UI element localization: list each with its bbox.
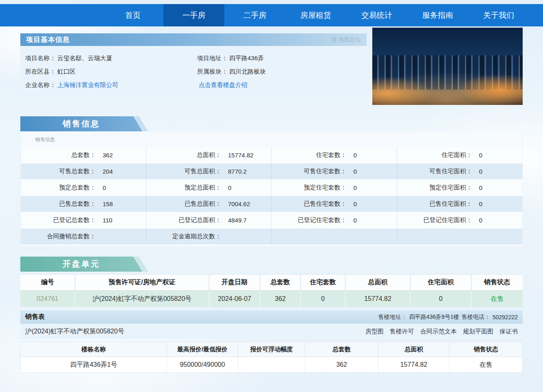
stat-label: 住宅面积：	[397, 151, 472, 159]
sales-license-number: 沪(2024)虹字不动产权第005820号	[25, 327, 124, 336]
col-header-residential-area: 住宅面积	[411, 274, 471, 290]
nav-item-about[interactable]: 关于我们	[468, 4, 529, 26]
stat-label: 已售总套数：	[21, 200, 96, 208]
top-nav: 首页 一手房 二手房 房屋租赁 交易统计 服务指南 关于我们	[0, 4, 543, 26]
building-table: 楼栋名称 最高报价/最低报价 报价可浮动幅度 总套数 总面积 销售状态 四平路4…	[20, 342, 523, 373]
stat-value: 0	[354, 184, 357, 191]
stat-label: 总套数：	[21, 151, 96, 159]
stat-row-reserved: 预定总套数：0 预定总面积：0 预定住宅套数：0 预定住宅面积：0	[21, 180, 522, 196]
nav-item-home[interactable]: 首页	[102, 4, 163, 26]
stat-value: 4849.7	[228, 217, 247, 224]
opening-units-tab-title: 开盘单元	[20, 257, 142, 272]
nav-item-statistics[interactable]: 交易统计	[346, 4, 407, 26]
project-district-label: 所在区县：	[25, 68, 56, 76]
project-info-box: 项目基本信息 地图定位 项目名称： 云玺名邸、云瑞大厦 项目地址：	[20, 33, 367, 98]
project-address-label: 项目地址：	[197, 54, 228, 62]
stat-label: 合同撤销总套数：	[21, 233, 96, 240]
nav-item-new-housing[interactable]: 一手房	[163, 4, 224, 26]
nav-item-rental[interactable]: 房屋租赁	[285, 4, 346, 26]
stat-value: 204	[103, 168, 113, 175]
sales-contact-info: 售楼地址： 四平路436弄9号1楼 售楼电话： 50292222	[378, 314, 518, 321]
col-header-date: 开盘日期	[209, 274, 260, 290]
project-photo	[372, 28, 523, 105]
stat-row-sold: 已售总套数：158 已售总面积：7004.62 已售住宅套数：0 已售住宅面积：…	[21, 196, 522, 212]
project-intro-link[interactable]: 点击查看楼盘介绍	[199, 81, 248, 89]
document-links: 房型图 售楼许可 合同示范文本 规划平面图 保证书	[365, 328, 518, 335]
main-content: 项目基本信息 地图定位 项目名称： 云玺名邸、云瑞大厦 项目地址：	[20, 28, 523, 373]
stat-label: 已售住宅面积：	[397, 200, 472, 208]
project-info-header: 项目基本信息 地图定位	[20, 33, 367, 46]
nav-item-service-guide[interactable]: 服务指南	[407, 4, 468, 26]
stat-value: 0	[354, 200, 357, 207]
sales-table-title: 销售表	[25, 313, 45, 321]
stat-row-registered: 已登记总套数：110 已登记总面积：4849.7 已登记住宅套数：0 已登记住宅…	[21, 212, 522, 229]
project-company-link[interactable]: 上海翰沣置业有限公司	[57, 81, 118, 89]
stat-label: 已登记住宅套数：	[272, 216, 347, 224]
sales-address-value: 四平路436弄9号1楼	[409, 314, 459, 321]
cell-price-range: 950000/490000	[167, 357, 238, 372]
cell-total-units: 362	[305, 357, 378, 372]
stat-label: 预定总套数：	[21, 184, 96, 192]
map-locate-label: 地图定位	[338, 36, 361, 44]
stat-value: 0	[479, 152, 482, 159]
cell-license: 沪(2024)虹字不动产权第005820号	[75, 291, 209, 307]
project-info-section: 项目基本信息 地图定位 项目名称： 云玺名邸、云瑞大厦 项目地址：	[20, 28, 523, 105]
stat-row-total: 总套数：362 总面积：15774.82 住宅套数：0 住宅面积：0	[21, 147, 522, 163]
stat-value: 0	[354, 152, 357, 159]
col-header-id: 编号	[20, 274, 75, 290]
col-header-price-range: 最高报价/最低报价	[167, 342, 238, 357]
cell-residential-units: 0	[301, 291, 345, 307]
doc-link-floor-plan[interactable]: 房型图	[365, 328, 384, 335]
building-table-header-row: 楼栋名称 最高报价/最低报价 报价可浮动幅度 总套数 总面积 销售状态	[21, 342, 522, 357]
cell-total-units: 362	[260, 291, 301, 307]
cell-float-range	[238, 357, 305, 372]
doc-link-planning-map[interactable]: 规划平面图	[463, 328, 493, 335]
stat-value: 0	[228, 184, 231, 191]
sales-info-tab: 销售信息	[20, 116, 142, 131]
stat-value: 0	[354, 168, 357, 175]
sales-address-label: 售楼地址：	[378, 314, 407, 321]
project-company-label: 企业名称：	[25, 81, 56, 89]
sales-info-panel: 销售信息 总套数：362 总面积：15774.82 住宅套数：0 住宅面积：0 …	[20, 131, 523, 247]
project-name-label: 项目名称：	[25, 54, 56, 62]
nav-item-secondhand[interactable]: 二手房	[224, 4, 285, 26]
stat-label: 可售总套数：	[21, 168, 96, 175]
map-locate-link[interactable]: 地图定位	[332, 36, 361, 44]
stat-label: 定金逾期总次数：	[146, 233, 222, 240]
project-block-label: 所属板块：	[197, 68, 228, 76]
doc-link-sales-permit[interactable]: 售楼许可	[390, 328, 414, 335]
project-info-body: 项目名称： 云玺名邸、云瑞大厦 项目地址： 四平路436弄 所在区县： 虹口区 …	[20, 46, 367, 98]
opening-units-table: 编号 预售许可证/房地产权证 开盘日期 总套数 住宅套数 总面积 住宅面积 销售…	[20, 274, 523, 307]
stat-value: 0	[479, 168, 482, 175]
stat-value: 15774.82	[228, 152, 254, 159]
cell-total-area: 15774.82	[378, 357, 450, 372]
stat-label: 已登记总套数：	[21, 216, 96, 224]
opening-units-header-row: 编号 预售许可证/房地产权证 开盘日期 总套数 住宅套数 总面积 住宅面积 销售…	[20, 274, 523, 291]
building-table-data-row[interactable]: 四平路436弄1号 950000/490000 362 15774.82 在售	[21, 357, 522, 372]
stat-value: 0	[354, 217, 357, 224]
cell-building-name: 四平路436弄1号	[21, 357, 167, 372]
doc-link-contract-template[interactable]: 合同示范文本	[420, 328, 457, 335]
stat-row-sellable: 可售总套数：204 可售总面积：8770.2 可售住宅套数：0 可售住宅面积：0	[21, 163, 522, 180]
stat-label: 已登记住宅面积：	[397, 216, 472, 224]
cell-date: 2024-06-07	[209, 291, 260, 307]
stat-value: 0	[479, 200, 482, 207]
stat-label: 已售总面积：	[146, 200, 222, 208]
stat-value: 0	[479, 184, 482, 191]
doc-link-guarantee[interactable]: 保证书	[500, 328, 518, 335]
stat-label: 住宅套数：	[272, 151, 347, 159]
sales-info-tab-title: 销售信息	[20, 116, 142, 131]
stat-row-cancelled: 合同撤销总套数： 定金逾期总次数：	[21, 229, 522, 245]
col-header-residential-units: 住宅套数	[301, 274, 345, 290]
opening-units-data-row[interactable]: 024761 沪(2024)虹字不动产权第005820号 2024-06-07 …	[20, 291, 523, 307]
col-header-building-name: 楼栋名称	[21, 342, 167, 357]
col-header-float-range: 报价可浮动幅度	[238, 342, 305, 357]
stat-value: 362	[103, 152, 113, 159]
opening-units-tab: 开盘单元	[20, 257, 142, 272]
stat-value: 8770.2	[228, 168, 247, 175]
stat-value: 0	[103, 184, 106, 191]
stat-label: 可售住宅套数：	[272, 168, 347, 175]
map-pin-icon	[332, 37, 337, 43]
cell-status-badge: 在售	[471, 291, 523, 307]
stat-value: 0	[479, 217, 482, 224]
